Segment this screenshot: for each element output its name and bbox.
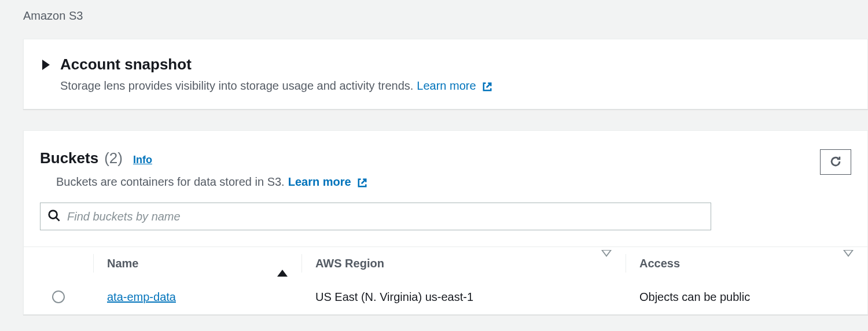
refresh-button[interactable] xyxy=(820,149,851,175)
breadcrumb[interactable]: Amazon S3 xyxy=(0,0,868,23)
account-snapshot-title: Account snapshot xyxy=(60,56,192,73)
account-snapshot-panel: Account snapshot Storage lens provides v… xyxy=(23,39,868,109)
svg-point-0 xyxy=(49,211,57,219)
buckets-learn-more-link[interactable]: Learn more xyxy=(288,175,369,189)
search-box[interactable] xyxy=(40,203,711,230)
row-radio[interactable] xyxy=(52,290,65,303)
external-link-icon xyxy=(356,177,368,189)
caret-right-icon xyxy=(42,60,50,70)
buckets-info-link[interactable]: Info xyxy=(133,154,152,166)
snapshot-learn-more-link[interactable]: Learn more xyxy=(417,79,493,93)
sort-asc-icon xyxy=(277,257,288,270)
buckets-count: (2) xyxy=(104,149,123,167)
column-header-access[interactable]: Access xyxy=(626,247,867,279)
search-icon xyxy=(47,209,60,224)
account-snapshot-subtitle: Storage lens provides visibility into st… xyxy=(60,79,413,93)
table-header-row: Name AWS Region Access xyxy=(24,247,867,279)
buckets-panel: Buckets (2) Info Buckets are containers … xyxy=(23,130,868,315)
buckets-title: Buckets xyxy=(40,149,98,167)
buckets-description: Buckets are containers for data stored i… xyxy=(56,175,285,189)
table-row: ata-emp-data US East (N. Virginia) us-ea… xyxy=(24,279,867,314)
sort-icon xyxy=(843,257,854,270)
refresh-icon xyxy=(829,155,842,170)
bucket-access: Objects can be public xyxy=(626,290,867,304)
external-link-icon xyxy=(481,81,493,93)
account-snapshot-toggle[interactable]: Account snapshot xyxy=(42,56,849,73)
sort-icon xyxy=(601,257,612,270)
column-header-region[interactable]: AWS Region xyxy=(301,247,626,279)
bucket-name-link[interactable]: ata-emp-data xyxy=(107,290,176,303)
bucket-region: US East (N. Virginia) us-east-1 xyxy=(301,290,626,304)
column-header-name[interactable]: Name xyxy=(93,247,301,279)
buckets-table: Name AWS Region Access ata-emp-data US E… xyxy=(24,247,867,314)
search-input[interactable] xyxy=(67,210,704,223)
